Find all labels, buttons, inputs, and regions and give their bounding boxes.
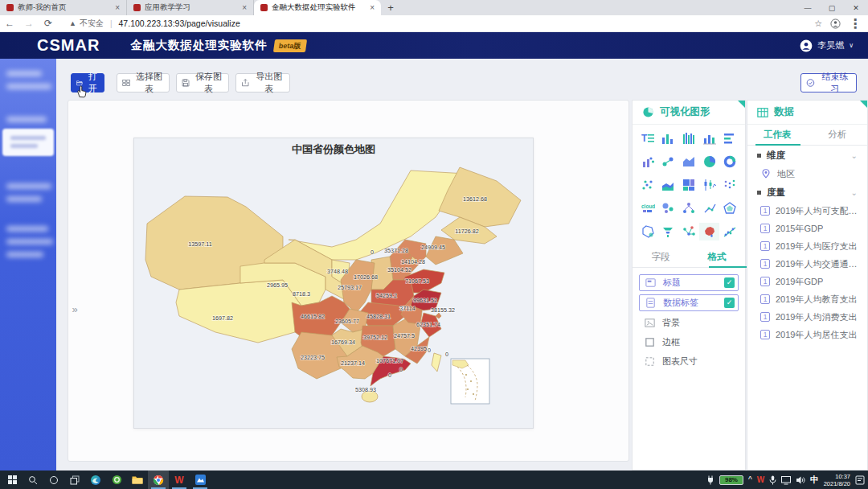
checkbox-checked-icon[interactable]: ✓	[724, 277, 735, 288]
treemap-chart-icon[interactable]	[678, 176, 699, 194]
china-map-chart-icon[interactable]	[699, 223, 720, 240]
bookmark-star-icon[interactable]: ☆	[814, 18, 822, 29]
select-chart-button[interactable]: 选择图表	[117, 73, 170, 92]
word-cloud-chart-icon[interactable]: cloud	[637, 199, 658, 217]
format-option-title[interactable]: 标题✓	[639, 274, 739, 291]
finish-practice-button[interactable]: 结束练习	[800, 73, 857, 92]
minimize-icon[interactable]: —	[796, 0, 820, 15]
start-button[interactable]	[2, 471, 23, 489]
browser-tab[interactable]: 应用教学学习 ×	[127, 0, 254, 15]
ime-indicator[interactable]: 中	[810, 475, 819, 486]
bar-chart-icon[interactable]	[658, 129, 679, 147]
candlestick-chart-icon[interactable]	[699, 176, 720, 194]
measure-item[interactable]: 12019年人均交通通信...	[747, 255, 867, 273]
bubble-chart-icon[interactable]	[658, 199, 679, 217]
tab-close-icon[interactable]: ×	[242, 3, 247, 12]
measure-item[interactable]: 12019年人均居住支出	[747, 326, 867, 343]
export-chart-button[interactable]: 导出图表	[235, 73, 290, 92]
sidebar-item[interactable]	[6, 84, 51, 89]
edge-button[interactable]	[85, 471, 106, 489]
network-graph-chart-icon[interactable]	[678, 223, 699, 240]
power-plug-icon[interactable]	[706, 475, 714, 485]
radar-chart-icon[interactable]	[719, 199, 740, 217]
battery-indicator[interactable]: 98%	[719, 475, 743, 485]
sidebar-item[interactable]	[6, 226, 48, 232]
new-tab-button[interactable]: +	[381, 0, 400, 15]
display-network-icon[interactable]	[781, 475, 791, 485]
column-chart-icon[interactable]	[699, 129, 720, 147]
site-security[interactable]: ▲ 不安全 | 47.100.223.13:93/page/visualize	[69, 18, 240, 29]
maximize-icon[interactable]: ▢	[820, 0, 844, 15]
wps-tray-icon[interactable]: W	[757, 475, 764, 484]
province-taiwan[interactable]	[432, 353, 441, 372]
file-explorer-button[interactable]	[127, 471, 148, 489]
pie-chart-icon[interactable]	[699, 153, 720, 171]
china-map-svg[interactable]: 013597.111697.822965.958718.33748.481361…	[142, 161, 526, 410]
dimension-section-header[interactable]: 维度 ⌄	[747, 146, 867, 165]
area-chart-icon[interactable]	[678, 153, 699, 171]
tab-close-icon[interactable]: ×	[115, 3, 120, 12]
sidebar-item[interactable]	[6, 196, 42, 202]
measure-item[interactable]: 12019年人均消费支出	[747, 308, 867, 326]
sidebar-item[interactable]	[6, 71, 42, 76]
forward-icon[interactable]: →	[19, 18, 39, 29]
funnel-chart-icon[interactable]	[658, 223, 679, 240]
task-view-button[interactable]	[64, 471, 85, 489]
sidebar-item[interactable]	[6, 252, 43, 257]
wps-button[interactable]: W	[169, 471, 190, 489]
measure-section-header[interactable]: 度量 ⌄	[747, 183, 867, 202]
browser-360-button[interactable]	[106, 471, 127, 489]
measure-item[interactable]: 12019年GDP	[747, 273, 867, 290]
sidebar-item[interactable]	[6, 117, 47, 122]
measure-item[interactable]: 12019年人均可支配收入	[747, 202, 867, 220]
scatter-chart-icon[interactable]	[637, 176, 658, 194]
browser-tab[interactable]: 教师-我的首页 ×	[0, 0, 127, 15]
tab-fields[interactable]: 字段	[633, 247, 689, 267]
chrome-button[interactable]	[148, 471, 169, 489]
close-icon[interactable]: ✕	[844, 0, 868, 15]
format-option-size[interactable]: 图表尺寸	[639, 353, 739, 369]
clock[interactable]: 10:37 2021/8/20	[824, 473, 850, 487]
search-button[interactable]	[23, 471, 43, 489]
cortana-button[interactable]	[43, 471, 64, 489]
speaker-icon[interactable]	[796, 475, 805, 485]
sidebar-item-active[interactable]	[2, 129, 54, 156]
format-option-background[interactable]: 背景	[639, 314, 739, 331]
checkbox-checked-icon[interactable]: ✓	[724, 298, 735, 308]
relation-graph-chart-icon[interactable]	[678, 199, 699, 217]
stacked-area-chart-icon[interactable]	[658, 176, 679, 194]
format-option-border[interactable]: 边框	[639, 334, 739, 350]
horizontal-bar-chart-icon[interactable]	[719, 129, 740, 147]
back-icon[interactable]: ←	[0, 18, 19, 29]
save-chart-button[interactable]: 保存图表	[176, 73, 229, 92]
measure-item[interactable]: 12019年人均医疗支出	[747, 237, 867, 255]
histogram-chart-icon[interactable]	[678, 129, 699, 147]
user-menu[interactable]: 李昊燃 ∨	[800, 32, 854, 59]
trend-scatter-chart-icon[interactable]	[699, 199, 720, 217]
tray-expand-icon[interactable]: ^	[748, 475, 752, 484]
browser-menu-icon[interactable]: ⋮	[849, 16, 862, 31]
province-xizang[interactable]	[176, 280, 301, 343]
tab-format[interactable]: 格式	[689, 247, 745, 267]
link-scatter-chart-icon[interactable]	[658, 153, 679, 171]
blue-app-button[interactable]	[190, 471, 211, 489]
microphone-icon[interactable]	[769, 475, 776, 485]
strip-dot-chart-icon[interactable]	[719, 176, 740, 194]
combo-chart-icon[interactable]	[637, 153, 658, 171]
measure-item[interactable]: 12015年GDP	[747, 220, 867, 237]
format-option-datalabel[interactable]: 数据标签✓	[639, 294, 739, 311]
url-text[interactable]: 47.100.223.13:93/page/visualize	[119, 18, 240, 28]
dimension-item[interactable]: 地区	[747, 165, 867, 183]
polygon-chart-icon[interactable]	[637, 223, 658, 240]
browser-tab[interactable]: 金融大数据处理实验软件 ×	[254, 0, 381, 15]
reload-icon[interactable]: ⟳	[39, 18, 58, 29]
notification-center-icon[interactable]	[855, 475, 865, 485]
regression-scatter-chart-icon[interactable]	[719, 223, 740, 240]
donut-chart-icon[interactable]	[719, 153, 740, 171]
tab-analysis[interactable]: 分析	[808, 125, 868, 145]
sidebar-item[interactable]	[6, 183, 51, 189]
chart-panel[interactable]: 中国省份颜色地图 013597.111697.822965.958718.337…	[133, 138, 534, 429]
measure-item[interactable]: 12019年人均教育支出	[747, 290, 867, 308]
profile-icon[interactable]	[830, 18, 841, 29]
table-list-chart-icon[interactable]: T	[637, 129, 658, 147]
